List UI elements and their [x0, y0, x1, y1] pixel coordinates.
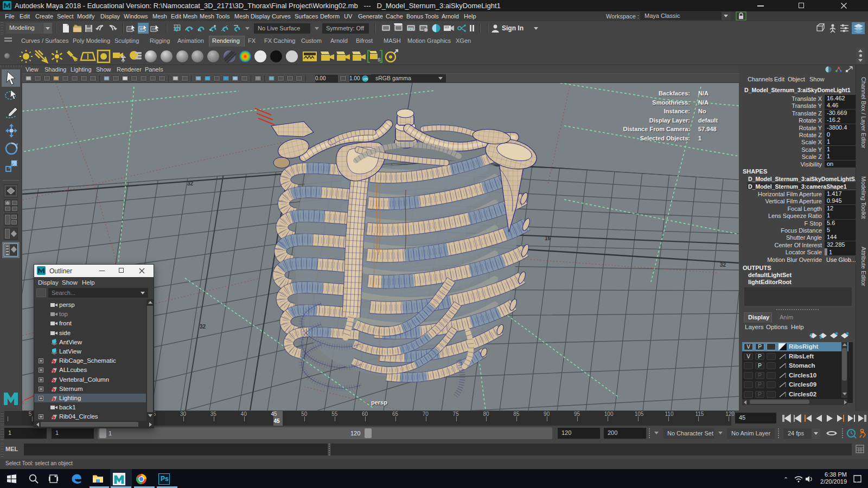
- svg-text:S: S: [378, 57, 381, 62]
- svg-text:cb: cb: [363, 76, 368, 81]
- svg-text:IPR: IPR: [408, 27, 414, 30]
- svg-text:123: 123: [444, 25, 449, 29]
